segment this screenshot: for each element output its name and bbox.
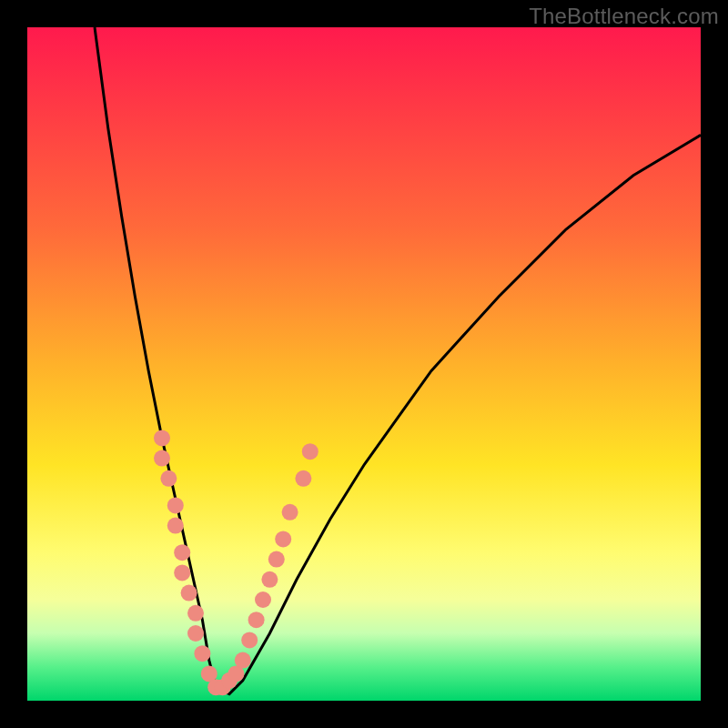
scatter-dot [174,564,190,581]
scatter-dot [295,470,311,487]
plot-area [27,27,701,701]
scatter-dot [255,592,271,608]
scatter-dot [160,470,177,487]
scatter-dot [235,652,251,669]
watermark-text: TheBottleneck.com [529,4,719,29]
scatter-dot [261,571,278,588]
scatter-dot [268,551,285,568]
scatter-dot [187,625,204,642]
scatter-dot [194,645,210,662]
scatter-dot [282,504,298,521]
scatter-dot [275,531,291,547]
scatter-dot [181,585,197,602]
scatter-dot [154,450,170,467]
scatter-dot [248,612,265,628]
scatter-dot [187,605,204,622]
scatter-dot [154,430,170,446]
scatter-dot [167,518,184,534]
scatter-dot [167,497,184,513]
chart-frame: TheBottleneck.com [0,0,728,728]
scatter-points [154,430,318,695]
scatter-dot [241,632,258,648]
scatter-dot [302,443,318,460]
chart-svg [27,27,701,701]
scatter-dot [174,544,190,561]
